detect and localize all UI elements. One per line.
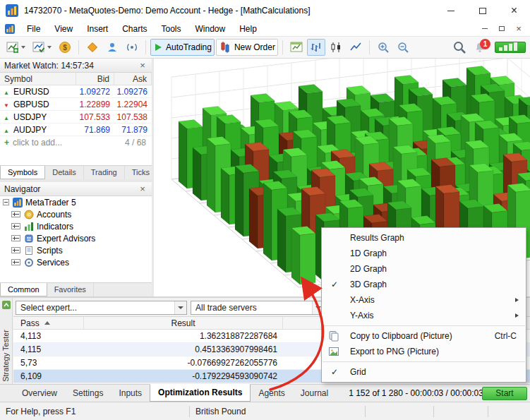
market-watch-header: Market Watch: 14:57:34 <box>0 59 152 73</box>
menu-help[interactable]: Help <box>232 22 264 36</box>
market-watch-close-button[interactable] <box>138 60 147 71</box>
add-symbol-row[interactable]: + click to add... 4 / 68 <box>0 136 152 149</box>
new-order-icon <box>219 41 231 54</box>
bar-chart-button[interactable] <box>307 39 325 56</box>
tab-common[interactable]: Common <box>0 282 47 296</box>
new-chart-icon <box>6 41 19 54</box>
menu-item-3d-graph[interactable]: 3D Graph <box>322 277 526 292</box>
column-result[interactable]: Result <box>84 317 283 329</box>
expand-icon[interactable] <box>11 259 20 265</box>
menu-item-1d-graph[interactable]: 1D Graph <box>322 246 526 261</box>
tab-symbols[interactable]: Symbols <box>0 165 45 179</box>
tree-item-metatrader5[interactable]: MetaTrader 5 <box>0 196 152 208</box>
candlestick-chart-button[interactable] <box>327 39 345 56</box>
line-chart-button[interactable] <box>347 39 365 56</box>
status-separator <box>488 406 488 417</box>
deposit-button[interactable]: $ <box>56 39 74 56</box>
add-symbol-label: click to add... <box>13 138 62 148</box>
market-watch-tabs: Symbols Details Trading Ticks <box>0 165 152 179</box>
expand-icon[interactable] <box>11 235 20 241</box>
new-chart-button[interactable] <box>4 39 28 56</box>
column-ask[interactable]: Ask <box>114 73 152 85</box>
expand-icon[interactable] <box>11 211 20 217</box>
new-order-button[interactable]: New Order <box>216 39 278 56</box>
profiles-button[interactable] <box>30 39 54 56</box>
chart-window-icon <box>290 41 303 54</box>
tab-details[interactable]: Details <box>45 166 84 179</box>
ask-value: 1.22904 <box>114 100 152 109</box>
symbol-name: EURUSD <box>0 87 76 97</box>
autotrading-button[interactable]: AutoTrading <box>150 39 215 56</box>
close-button[interactable] <box>498 0 530 21</box>
tab-agents[interactable]: Agents <box>251 385 292 402</box>
menu-item-results-graph[interactable]: Results Graph <box>322 230 526 246</box>
tree-item-accounts[interactable]: Accounts <box>0 208 152 220</box>
notifications-button[interactable]: 1 <box>471 39 489 56</box>
menu-item-export-png[interactable]: Export to PNG (Picture) <box>322 344 526 359</box>
symbol-row-audjpy[interactable]: AUDJPY 71.869 71.879 <box>0 124 152 136</box>
expert-select-combo[interactable]: Select expert... <box>16 301 187 315</box>
menu-item-2d-graph[interactable]: 2D Graph <box>322 261 526 277</box>
collapse-icon[interactable] <box>3 199 9 205</box>
minimize-button[interactable] <box>435 0 466 21</box>
zoom-out-button[interactable] <box>394 39 412 56</box>
menu-separator <box>323 325 525 326</box>
tree-item-expert-advisors[interactable]: Expert Advisors <box>0 232 152 244</box>
menu-window[interactable]: Window <box>188 22 233 36</box>
expert-select-value: Select expert... <box>20 303 77 313</box>
connection-status-indicator[interactable] <box>495 42 526 53</box>
menu-item-x-axis[interactable]: X-Axis <box>322 292 526 308</box>
tab-inputs[interactable]: Inputs <box>111 385 150 402</box>
menu-charts[interactable]: Charts <box>115 22 154 36</box>
symbol-name: GBPUSD <box>0 100 76 109</box>
menu-insert[interactable]: Insert <box>80 22 115 36</box>
menu-view[interactable]: View <box>47 22 80 36</box>
tree-item-scripts[interactable]: Scripts <box>0 244 152 256</box>
column-pass[interactable]: Pass <box>13 317 84 329</box>
maximize-button[interactable] <box>466 0 498 21</box>
mdi-restore-icon <box>499 26 505 31</box>
expand-icon[interactable] <box>11 247 20 253</box>
sort-ascending-icon <box>44 321 50 325</box>
symbol-row-eurusd[interactable]: EURUSD 1.09272 1.09276 <box>0 85 152 98</box>
zoom-in-button[interactable] <box>374 39 392 56</box>
tab-optimization-results[interactable]: Optimization Results <box>150 384 251 402</box>
mql5-community-button[interactable] <box>83 39 102 56</box>
menu-item-copy-to-clipboard[interactable]: Copy to Clipboard (Picture) Ctrl-C <box>322 328 526 344</box>
start-button[interactable]: Start <box>482 387 527 400</box>
column-symbol[interactable]: Symbol <box>0 73 76 85</box>
scripts-icon <box>24 246 34 256</box>
mdi-restore-button[interactable] <box>496 24 507 34</box>
column-bid[interactable]: Bid <box>76 73 114 85</box>
pass-cell: 4,113 <box>13 330 84 342</box>
mdi-minimize-button[interactable] <box>479 24 490 34</box>
symbol-row-gbpusd[interactable]: GBPUSD 1.22899 1.22904 <box>0 98 152 111</box>
menu-tools[interactable]: Tools <box>155 22 188 36</box>
menu-file[interactable]: File <box>20 22 47 36</box>
bid-value: 1.09272 <box>76 87 114 97</box>
tab-overview[interactable]: Overview <box>14 385 65 402</box>
dollar-coin-icon: $ <box>59 41 71 54</box>
symbol-row-usdjpy[interactable]: USDJPY 107.533 107.538 <box>0 111 152 124</box>
pass-cell: 4,115 <box>13 343 84 356</box>
search-button[interactable] <box>450 39 469 56</box>
menu-item-y-axis[interactable]: Y-Axis <box>322 308 526 323</box>
mdi-close-button[interactable] <box>513 24 524 34</box>
menu-item-grid[interactable]: Grid <box>322 364 526 380</box>
metaquotes-id-button[interactable] <box>103 39 121 56</box>
tab-ticks[interactable]: Ticks <box>125 166 152 179</box>
tree-item-services[interactable]: Services <box>0 256 152 268</box>
combo-arrow-icon[interactable] <box>174 301 186 314</box>
tab-journal[interactable]: Journal <box>293 385 336 402</box>
result-cell: -0.1792294593090742 <box>84 370 283 383</box>
server-select-combo[interactable]: All trade servers <box>191 301 325 315</box>
tab-favorites[interactable]: Favorites <box>47 283 94 296</box>
symbol-name: USDJPY <box>0 112 76 122</box>
navigator-close-button[interactable] <box>138 184 147 194</box>
tab-settings[interactable]: Settings <box>65 385 111 402</box>
signals-button[interactable] <box>123 39 141 56</box>
expand-icon[interactable] <box>11 223 20 229</box>
chart-window-button[interactable] <box>287 39 306 56</box>
tree-item-indicators[interactable]: Indicators <box>0 220 152 232</box>
tab-trading[interactable]: Trading <box>84 166 125 179</box>
